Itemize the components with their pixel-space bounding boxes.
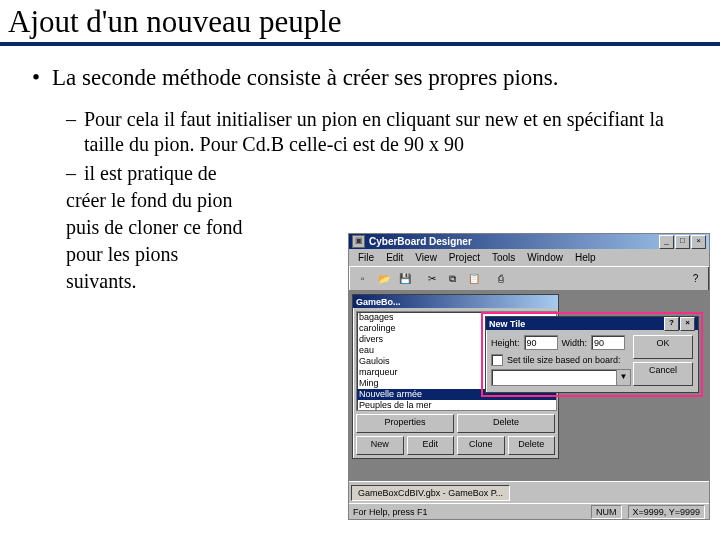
close-button[interactable]: × (691, 235, 706, 249)
cont-line: créer le fond du pion (66, 188, 321, 213)
sub-bullet-2: il est pratique de (84, 161, 217, 186)
new-icon[interactable]: ▫ (353, 269, 372, 288)
status-help: For Help, press F1 (353, 507, 428, 517)
dash: – (66, 107, 76, 157)
title-rule (0, 42, 720, 46)
maximize-button[interactable]: □ (675, 235, 690, 249)
app-window: ▣ CyberBoard Designer _ □ × File Edit Vi… (348, 233, 710, 520)
titlebar: ▣ CyberBoard Designer _ □ × (349, 234, 709, 249)
menu-window[interactable]: Window (522, 251, 568, 264)
print-icon[interactable]: ⎙ (491, 269, 510, 288)
new-tile-dialog: New Tile ? × Height: Width: (485, 316, 699, 393)
cancel-button[interactable]: Cancel (633, 362, 693, 386)
minimize-button[interactable]: _ (659, 235, 674, 249)
menu-file[interactable]: File (353, 251, 379, 264)
open-icon[interactable]: 📂 (374, 269, 393, 288)
cont-line: pour les pions (66, 242, 321, 267)
app-icon: ▣ (352, 235, 365, 248)
menu-help[interactable]: Help (570, 251, 601, 264)
status-coords: X=9999, Y=9999 (628, 505, 705, 519)
dialog-help-button[interactable]: ? (664, 317, 679, 331)
board-size-checkbox[interactable] (491, 354, 503, 366)
child-title: GameBo... (356, 297, 401, 307)
dialog-title: New Tile (489, 319, 525, 329)
taskbar-item[interactable]: GameBoxCdBIV.gbx - GameBox P... (351, 485, 510, 501)
statusbar: For Help, press F1 NUM X=9999, Y=9999 (349, 503, 709, 519)
dash: – (66, 161, 76, 186)
cont-line: suivants. (66, 269, 321, 294)
menu-tools[interactable]: Tools (487, 251, 520, 264)
menu-edit[interactable]: Edit (381, 251, 408, 264)
edit-button[interactable]: Edit (407, 436, 455, 455)
bullet-dot: • (32, 64, 40, 93)
new-button[interactable]: New (356, 436, 404, 455)
copy-icon[interactable]: ⧉ (443, 269, 462, 288)
board-combo[interactable]: ▼ (491, 369, 631, 386)
menu-view[interactable]: View (410, 251, 442, 264)
checkbox-label: Set tile size based on board: (507, 355, 621, 365)
page-title: Ajout d'un nouveau peuple (8, 4, 712, 40)
mdi-taskbar: GameBoxCdBIV.gbx - GameBox P... (349, 481, 709, 504)
cont-line: puis de cloner ce fond (66, 215, 321, 240)
width-label: Width: (562, 338, 588, 348)
delete-button[interactable]: Delete (457, 414, 555, 433)
cut-icon[interactable]: ✂ (422, 269, 441, 288)
dialog-close-button[interactable]: × (680, 317, 695, 331)
width-input[interactable] (591, 335, 625, 350)
dialog-highlight: New Tile ? × Height: Width: (481, 312, 703, 397)
mdi-client: GameBo... bagages carolinge divers eau G… (349, 291, 709, 511)
bullet-text: La seconde méthode consiste à créer ses … (52, 64, 558, 93)
chevron-down-icon[interactable]: ▼ (616, 370, 630, 385)
status-num: NUM (591, 505, 622, 519)
delete2-button[interactable]: Delete (508, 436, 556, 455)
list-item[interactable]: Peuples de la mer (357, 400, 556, 411)
paste-icon[interactable]: 📋 (464, 269, 483, 288)
ok-button[interactable]: OK (633, 335, 693, 359)
menu-project[interactable]: Project (444, 251, 485, 264)
app-title: CyberBoard Designer (369, 236, 655, 247)
sub-bullet-1: Pour cela il faut initialiser un pion en… (84, 107, 696, 157)
height-input[interactable] (524, 335, 558, 350)
clone-button[interactable]: Clone (457, 436, 505, 455)
menubar: File Edit View Project Tools Window Help (349, 249, 709, 266)
toolbar: ▫ 📂 💾 ✂ ⧉ 📋 ⎙ ? (349, 266, 709, 291)
properties-button[interactable]: Properties (356, 414, 454, 433)
save-icon[interactable]: 💾 (395, 269, 414, 288)
height-label: Height: (491, 338, 520, 348)
help-icon[interactable]: ? (686, 269, 705, 288)
